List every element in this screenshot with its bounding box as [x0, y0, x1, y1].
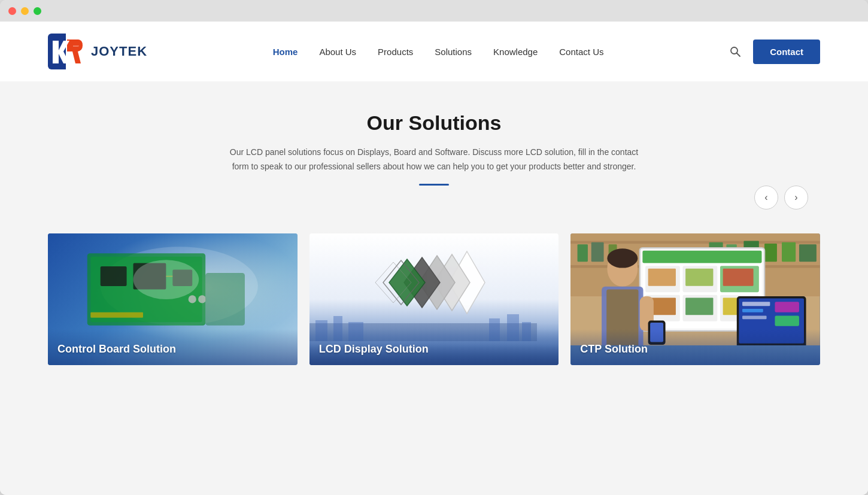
- logo-icon: [48, 34, 84, 69]
- nav-solutions[interactable]: Solutions: [435, 47, 472, 57]
- carousel-nav: ‹ ›: [754, 186, 808, 209]
- card-1-inner: Control Board Solution: [48, 233, 298, 365]
- svg-rect-62: [685, 268, 713, 286]
- maximize-button[interactable]: [34, 7, 41, 15]
- close-button[interactable]: [8, 7, 16, 15]
- nav-right: Contact: [729, 40, 820, 64]
- section-title: Our Solutions: [367, 111, 502, 135]
- card-3-label: CTP Solution: [580, 343, 648, 356]
- svg-point-23: [133, 260, 199, 299]
- card-lcd-display[interactable]: LCD Display Solution: [309, 233, 559, 365]
- svg-point-20: [189, 295, 196, 303]
- svg-rect-61: [648, 268, 676, 286]
- svg-rect-22: [90, 312, 143, 317]
- svg-rect-76: [742, 302, 770, 306]
- footer-space: [0, 447, 868, 495]
- svg-rect-51: [799, 244, 817, 262]
- site-wrapper: JOYTEK Home About Us Products Solutions …: [0, 22, 868, 495]
- search-icon: [729, 45, 741, 57]
- ctp-scene: [570, 233, 820, 345]
- browser-viewport: JOYTEK Home About Us Products Solutions …: [0, 22, 868, 495]
- browser-window: JOYTEK Home About Us Products Solutions …: [0, 0, 868, 495]
- prev-arrow[interactable]: ‹: [754, 186, 778, 209]
- svg-rect-63: [723, 268, 754, 286]
- solution-cards: Control Board Solution: [0, 233, 868, 365]
- next-arrow[interactable]: ›: [784, 186, 808, 209]
- main-nav: Home About Us Products Solutions Knowled…: [273, 47, 604, 57]
- svg-rect-49: [764, 244, 777, 262]
- titlebar: [0, 0, 868, 22]
- card-3-inner: CTP Solution: [570, 233, 820, 365]
- card-ctp-solution[interactable]: CTP Solution: [570, 233, 820, 365]
- svg-rect-50: [782, 242, 796, 261]
- contact-button[interactable]: Contact: [753, 40, 820, 64]
- svg-rect-44: [591, 242, 604, 261]
- nav-home[interactable]: Home: [273, 47, 298, 57]
- nav-about-us[interactable]: About Us: [319, 47, 356, 57]
- chevron-left-icon: ‹: [764, 192, 767, 203]
- search-button[interactable]: [729, 45, 741, 57]
- logo-text: JOYTEK: [91, 44, 147, 59]
- svg-rect-43: [578, 244, 588, 262]
- nav-knowledge[interactable]: Knowledge: [493, 47, 538, 57]
- section-description: Our LCD panel solutions focus on Display…: [224, 145, 644, 174]
- pcb-graphic: [48, 233, 298, 339]
- svg-point-68: [608, 248, 638, 268]
- svg-rect-15: [101, 266, 127, 286]
- svg-point-21: [198, 295, 206, 303]
- nav-contact-us[interactable]: Contact Us: [559, 47, 603, 57]
- main-content: Our Solutions Our LCD panel solutions fo…: [0, 81, 868, 447]
- svg-rect-24: [205, 273, 245, 326]
- card-2-label: LCD Display Solution: [319, 343, 429, 356]
- svg-rect-80: [775, 315, 800, 326]
- svg-rect-79: [775, 302, 800, 312]
- svg-rect-77: [742, 309, 763, 312]
- card-1-label: Control Board Solution: [57, 343, 176, 356]
- nav-products[interactable]: Products: [378, 47, 413, 57]
- card-control-board[interactable]: Control Board Solution: [48, 233, 298, 365]
- svg-rect-78: [742, 315, 767, 319]
- svg-rect-54: [643, 250, 762, 263]
- card-2-inner: LCD Display Solution: [309, 233, 559, 365]
- minimize-button[interactable]: [21, 7, 29, 15]
- logo[interactable]: JOYTEK: [48, 34, 147, 69]
- section-divider: [419, 184, 449, 186]
- svg-rect-65: [685, 297, 713, 315]
- chevron-right-icon: ›: [794, 192, 797, 203]
- site-header: JOYTEK Home About Us Products Solutions …: [0, 22, 868, 81]
- svg-line-11: [737, 53, 740, 57]
